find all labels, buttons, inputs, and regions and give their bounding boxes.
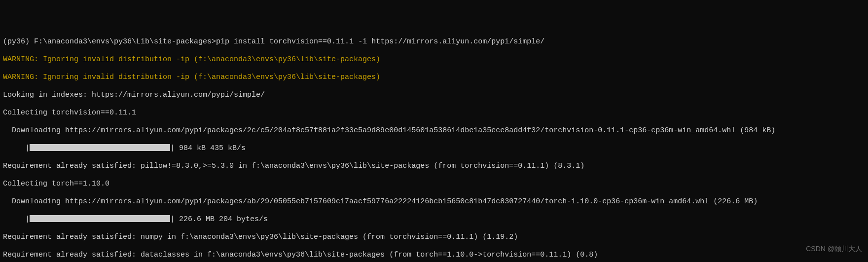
command[interactable]: pip install torchvision==0.11.1 -i https… bbox=[216, 37, 544, 46]
download-torch: Downloading https://mirrors.aliyun.com/p… bbox=[3, 197, 865, 206]
progress-bar-tv bbox=[30, 144, 170, 151]
progress-bar-torch bbox=[30, 215, 170, 222]
req-dataclasses: Requirement already satisfied: dataclass… bbox=[3, 251, 865, 260]
collecting-torch: Collecting torch==1.10.0 bbox=[3, 180, 865, 188]
looking-indexes: Looking in indexes: https://mirrors.aliy… bbox=[3, 91, 865, 100]
prompt-line: (py36) F:\anaconda3\envs\py36\Lib\site-p… bbox=[3, 37, 865, 46]
req-pillow: Requirement already satisfied: pillow!=8… bbox=[3, 162, 865, 171]
warning-line-2: WARNING: Ignoring invalid distribution -… bbox=[3, 73, 865, 82]
env-name: (py36) bbox=[3, 37, 34, 46]
progress-torchvision: || 984 kB 435 kB/s bbox=[3, 144, 865, 153]
warning-line-1: WARNING: Ignoring invalid distribution -… bbox=[3, 55, 865, 64]
watermark: CSDN @颐川大人 bbox=[806, 245, 862, 253]
download-torchvision: Downloading https://mirrors.aliyun.com/p… bbox=[3, 126, 865, 135]
req-numpy: Requirement already satisfied: numpy in … bbox=[3, 233, 865, 242]
prompt-path: F:\anaconda3\envs\py36\Lib\site-packages… bbox=[34, 37, 216, 46]
progress-torch: || 226.6 MB 204 bytes/s bbox=[3, 215, 865, 224]
collecting-torchvision: Collecting torchvision==0.11.1 bbox=[3, 109, 865, 117]
